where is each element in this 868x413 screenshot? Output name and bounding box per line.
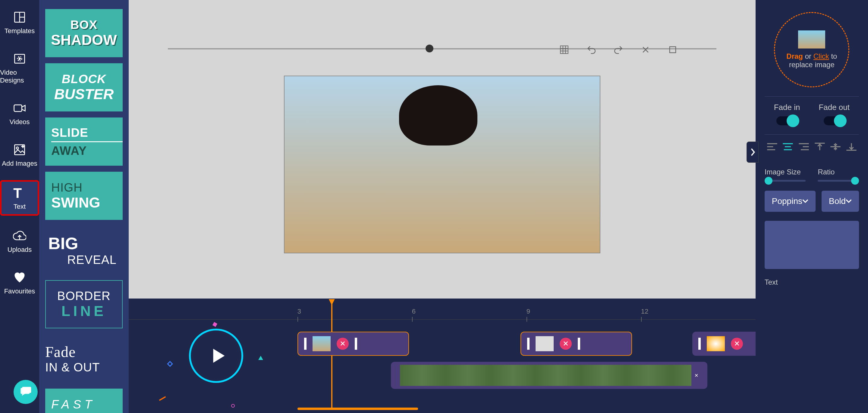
clip-thumb [313,336,331,351]
preview-image[interactable] [284,75,600,253]
font-family-select[interactable]: Poppins [765,191,815,212]
play-button[interactable] [189,329,243,383]
nav-label: Favourites [4,287,35,295]
font-controls: Poppins Bold [765,191,859,212]
text-style-high-swing[interactable]: HIGH SWING [45,172,123,220]
text-style-border-line[interactable]: BORDER LINE [45,280,123,328]
left-nav: Templates Video Designs Videos Add Image… [0,0,39,413]
add-images-icon [12,142,27,157]
align-top-button[interactable] [812,141,827,153]
timeline-clip[interactable]: ✕ [521,332,632,356]
uploads-icon [12,228,27,244]
align-middle-button[interactable] [828,141,843,153]
text-content-input[interactable] [765,221,859,269]
nav-label: Video Designs [0,69,39,84]
nav-label: Text [13,203,26,211]
fade-controls: Fade in Fade out [765,96,859,125]
nav-add-images[interactable]: Add Images [0,138,39,171]
text-style-box-shadow[interactable]: BOX SHADOW [45,9,123,57]
svg-rect-21 [670,47,676,53]
text-style-block-buster[interactable]: BLOCK BUSTER [45,63,123,112]
size-controls: Image Size Ratio [765,168,859,182]
nav-label: Videos [10,118,30,126]
expand-panel-button[interactable] [747,141,758,163]
collapse-panel-button[interactable] [126,205,129,226]
videos-icon [12,101,27,116]
text-style-big-reveal[interactable]: BIG REVEAL [45,226,123,274]
clip-frames [400,365,691,386]
clip-grip-left[interactable] [698,338,701,350]
nav-videos[interactable]: Videos [0,97,39,130]
svg-marker-5 [19,58,21,60]
align-left-button[interactable] [765,141,780,153]
image-size-label: Image Size [765,168,806,176]
nav-templates[interactable]: Templates [0,6,39,38]
fade-out-toggle[interactable] [824,116,845,125]
svg-text:T: T [13,186,22,200]
text-style-fade-in-out[interactable]: Fade IN & OUT [45,335,123,383]
close-icon[interactable] [640,44,652,56]
canvas[interactable] [129,0,755,298]
timeline-scrollbar[interactable] [298,408,418,410]
nav-favourites[interactable]: Favourites [0,266,39,299]
undo-icon[interactable] [585,44,597,56]
timeline: 3 6 9 12 ✕ ✕ [129,298,755,413]
decoration [231,404,235,408]
crop-icon[interactable] [667,44,679,56]
clip-delete-button[interactable]: ✕ [731,338,743,350]
decoration [258,356,263,360]
clip-grip-right[interactable] [578,338,580,350]
svg-rect-14 [560,46,568,54]
ratio-label: Ratio [818,168,859,176]
timeline-video-clip[interactable]: ✕ [391,362,707,389]
nav-text[interactable]: T Text [0,180,39,216]
nav-video-designs[interactable]: Video Designs [0,47,39,88]
decoration [159,396,166,401]
svg-marker-22 [213,349,224,363]
slider-knob[interactable] [426,44,433,53]
decoration [213,322,217,327]
replace-thumb [798,30,825,49]
align-right-button[interactable] [796,141,811,153]
timeline-tick: 12 [641,308,755,319]
decoration [167,361,173,367]
clip-delete-button[interactable]: ✕ [694,373,698,378]
image-size-slider[interactable] [765,180,806,182]
chat-button[interactable] [13,380,38,404]
svg-rect-6 [14,105,22,112]
nav-uploads[interactable]: Uploads [0,225,39,257]
fade-out-label: Fade out [818,103,849,112]
clip-thumb [707,336,725,351]
replace-image-dropzone[interactable]: Drag or Click to replace image [774,12,849,87]
fade-in-label: Fade in [774,103,800,112]
fade-in-toggle[interactable] [776,116,798,125]
align-center-button[interactable] [780,141,795,153]
grid-icon[interactable] [558,44,570,56]
ratio-slider[interactable] [818,180,859,182]
clip-delete-button[interactable]: ✕ [560,338,572,350]
timeline-tick: 3 [298,308,412,319]
clip-grip-right[interactable] [355,338,357,350]
nav-label: Uploads [7,246,32,254]
clip-grip-left[interactable] [527,338,530,350]
clip-grip-left[interactable] [304,338,307,350]
nav-label: Add Images [2,160,37,167]
replace-click-link[interactable]: Click [813,52,829,60]
text-style-slide-away[interactable]: SLIDE AWAY [45,118,123,166]
clip-delete-button[interactable]: ✕ [337,338,349,350]
timeline-ruler[interactable]: 3 6 9 12 [129,308,755,320]
font-weight-select[interactable]: Bold [822,191,859,212]
canvas-toolbar [558,44,679,56]
timeline-tick: 9 [527,308,641,319]
templates-icon [12,10,27,25]
chevron-down-icon [802,199,808,203]
replace-text: Drag or Click to replace image [775,52,848,69]
properties-panel: Drag or Click to replace image Fade in F… [755,0,868,413]
text-style-fast-fill[interactable]: FAST FILL [45,389,123,413]
align-controls [765,134,859,159]
align-bottom-button[interactable] [844,141,859,153]
svg-point-9 [16,147,19,149]
favourites-icon [12,270,27,285]
timeline-clip[interactable]: ✕ [298,332,409,356]
redo-icon[interactable] [613,44,624,56]
